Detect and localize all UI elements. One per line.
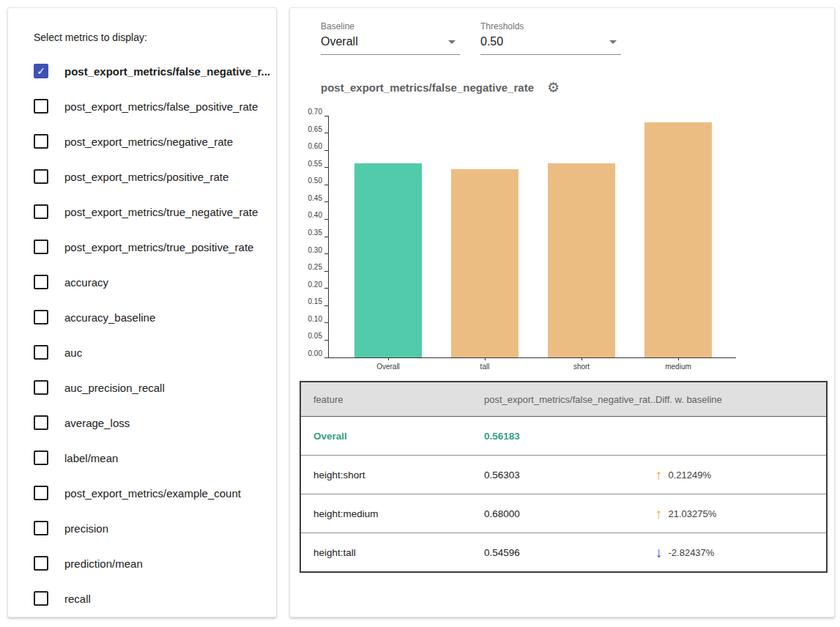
- metric-label: post_export_metrics/example_count: [64, 487, 241, 500]
- metric-item[interactable]: precision: [8, 511, 276, 546]
- thresholds-value[interactable]: 0.50: [480, 35, 621, 55]
- cell-diff: ↑21.03275%: [655, 494, 827, 533]
- chevron-down-icon[interactable]: [609, 40, 617, 44]
- header-feature: feature: [300, 382, 483, 417]
- y-axis-tick: [324, 271, 329, 272]
- y-axis-tick: [324, 288, 329, 289]
- metric-item[interactable]: average_loss: [8, 405, 276, 440]
- metric-label: post_export_metrics/positive_rate: [64, 171, 228, 183]
- arrow-down-icon: ↓: [655, 546, 663, 560]
- bar-short[interactable]: [548, 163, 615, 357]
- metrics-list: ✓post_export_metrics/false_negative_r...…: [8, 53, 276, 616]
- metric-checkbox[interactable]: [34, 521, 48, 535]
- diff-indicator: ↑21.03275%: [655, 507, 825, 521]
- cell-feature: height:medium: [300, 494, 483, 533]
- metric-label: recall: [64, 593, 91, 605]
- metric-item[interactable]: recall: [8, 581, 276, 616]
- metric-checkbox[interactable]: [34, 240, 48, 254]
- metric-item[interactable]: post_export_metrics/positive_rate: [8, 159, 276, 194]
- metric-checkbox[interactable]: [34, 450, 48, 465]
- baseline-dropdown[interactable]: Baseline Overall: [321, 21, 460, 55]
- metric-item[interactable]: accuracy_baseline: [8, 300, 276, 335]
- y-axis-tick: [324, 185, 329, 185]
- diff-value: 21.03275%: [669, 508, 717, 519]
- baseline-label: Baseline: [321, 21, 460, 31]
- x-axis-tick: [581, 357, 582, 360]
- metric-checkbox[interactable]: [34, 345, 48, 360]
- metric-checkbox[interactable]: [34, 275, 48, 289]
- y-axis-tick-label: 0.60: [308, 142, 322, 150]
- metric-item[interactable]: post_export_metrics/example_count: [8, 475, 276, 511]
- metric-item[interactable]: post_export_metrics/true_positive_rate: [8, 229, 276, 264]
- x-axis-tick-label: short: [573, 363, 590, 371]
- chart-header: post_export_metrics/false_negative_rate …: [321, 81, 560, 94]
- metric-item[interactable]: ✓post_export_metrics/false_negative_r...: [8, 53, 276, 89]
- y-axis-tick-label: 0.40: [308, 211, 322, 219]
- header-metric: post_export_metrics/false_negative_rat..…: [483, 382, 655, 417]
- table-row: height:short0.56303↑0.21249%: [300, 456, 827, 494]
- metric-checkbox[interactable]: [34, 310, 48, 324]
- metric-checkbox[interactable]: ✓: [34, 64, 48, 78]
- y-axis-tick: [324, 133, 329, 133]
- y-axis-tick-label: 0.35: [308, 229, 322, 237]
- metric-checkbox[interactable]: [34, 380, 48, 395]
- metric-checkbox[interactable]: [34, 486, 48, 500]
- metric-item[interactable]: auc: [8, 335, 276, 370]
- metric-item[interactable]: accuracy: [8, 264, 276, 300]
- y-axis-tick-label: 0.05: [308, 332, 322, 340]
- metric-item[interactable]: post_export_metrics/negative_rate: [8, 124, 276, 159]
- metrics-display-panel: Baseline Overall Thresholds 0.50 post_ex…: [289, 7, 835, 617]
- metric-checkbox[interactable]: [34, 204, 48, 219]
- y-axis-tick-label: 0.15: [308, 297, 322, 305]
- cell-feature: height:short: [300, 456, 483, 494]
- metric-checkbox[interactable]: [34, 169, 48, 184]
- y-axis-tick: [324, 305, 329, 306]
- header-diff: Diff. w. baseline: [655, 382, 827, 417]
- y-axis-tick: [324, 357, 329, 358]
- metric-label: label/mean: [64, 452, 118, 464]
- metric-item[interactable]: prediction/mean: [8, 546, 276, 581]
- gear-icon[interactable]: ⚙: [547, 81, 560, 94]
- check-icon: ✓: [37, 66, 45, 76]
- metric-label: post_export_metrics/true_positive_rate: [64, 241, 253, 253]
- metric-label: post_export_metrics/true_negative_rate: [64, 206, 258, 218]
- y-axis-tick: [324, 150, 329, 151]
- metric-checkbox[interactable]: [34, 556, 48, 571]
- cell-diff: ↓-2.82437%: [655, 533, 827, 573]
- bar-medium[interactable]: [644, 122, 712, 357]
- metric-checkbox[interactable]: [34, 415, 48, 430]
- metric-selector-panel: Select metrics to display: ✓post_export_…: [7, 7, 277, 617]
- y-axis-tick: [324, 116, 329, 116]
- metric-checkbox[interactable]: [34, 99, 48, 114]
- table-row: height:medium0.68000↑21.03275%: [300, 494, 827, 533]
- metric-item[interactable]: post_export_metrics/true_negative_rate: [8, 194, 276, 229]
- y-axis-tick-label: 0.55: [308, 159, 322, 167]
- bar-overall[interactable]: [354, 163, 422, 357]
- metric-selector-title: Select metrics to display:: [34, 31, 147, 43]
- metric-label: auc_precision_recall: [64, 382, 165, 394]
- metric-item[interactable]: auc_precision_recall: [8, 370, 276, 405]
- bar-chart: 0.000.050.100.150.200.250.300.350.400.45…: [328, 116, 736, 358]
- x-axis-tick: [678, 357, 679, 360]
- diff-indicator: ↓-2.82437%: [655, 546, 825, 560]
- y-axis-tick-label: 0.20: [308, 280, 322, 288]
- metric-label: post_export_metrics/false_negative_r...: [64, 65, 270, 78]
- metric-checkbox[interactable]: [34, 591, 48, 606]
- y-axis-tick-label: 0.00: [308, 349, 322, 357]
- cell-value: 0.56303: [483, 456, 655, 494]
- y-axis-tick: [324, 322, 329, 323]
- baseline-value[interactable]: Overall: [321, 35, 460, 55]
- x-axis-tick: [388, 357, 389, 360]
- diff-indicator: ↑0.21249%: [655, 468, 825, 482]
- x-axis-tick-label: Overall: [376, 363, 400, 371]
- metric-checkbox[interactable]: [34, 134, 48, 149]
- metric-item[interactable]: post_export_metrics/false_positive_rate: [8, 89, 276, 124]
- cell-feature: Overall: [300, 417, 483, 456]
- thresholds-dropdown[interactable]: Thresholds 0.50: [480, 21, 621, 55]
- y-axis-tick: [324, 167, 329, 168]
- x-axis-tick-label: medium: [665, 363, 691, 371]
- bar-tall[interactable]: [451, 169, 519, 357]
- chevron-down-icon[interactable]: [448, 40, 456, 44]
- metric-item[interactable]: label/mean: [8, 440, 276, 475]
- y-axis-tick-label: 0.30: [308, 245, 322, 253]
